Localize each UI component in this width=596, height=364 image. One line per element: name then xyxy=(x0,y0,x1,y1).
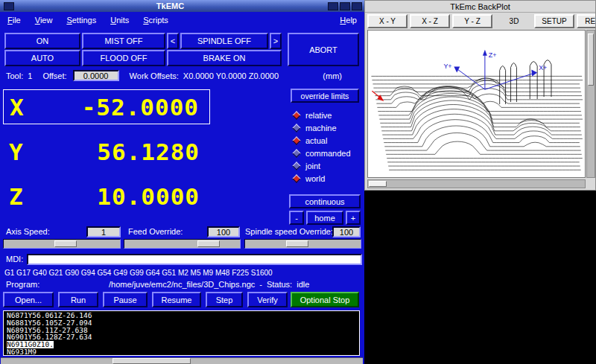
radio-indicator-icon xyxy=(292,149,300,157)
menu-scripts[interactable]: Scripts xyxy=(143,16,168,25)
abort-button[interactable]: ABORT xyxy=(288,33,359,66)
resume-button[interactable]: Resume xyxy=(152,292,201,307)
radio-label: machine xyxy=(305,124,337,132)
tool-label: Tool: xyxy=(6,71,23,80)
scrollbar-thumb[interactable] xyxy=(588,33,594,86)
program-hscrollbar[interactable] xyxy=(1,357,363,364)
slider-thumb[interactable] xyxy=(286,240,308,247)
optional-stop-button[interactable]: Optional Stop xyxy=(291,292,359,307)
axis-y-value: 56.1280 xyxy=(97,138,210,165)
units-label: (mm) xyxy=(323,71,361,80)
main-titlebar[interactable]: TkEMC xyxy=(0,0,364,12)
spindle-override-slider[interactable] xyxy=(244,239,361,249)
tool-status-line: Tool: 1 Offset: 0.0000 Work Offsets: X0.… xyxy=(6,69,361,82)
brake-button[interactable]: BRAKE ON xyxy=(167,50,282,66)
tab-setup[interactable]: SETUP xyxy=(534,14,574,28)
menu-help[interactable]: Help xyxy=(340,16,357,25)
radio-label: commanded xyxy=(305,149,351,158)
menu-file[interactable]: File xyxy=(7,16,21,25)
tab-3d-active[interactable]: 3D xyxy=(499,14,529,28)
mdi-input[interactable] xyxy=(27,254,362,265)
radio-label: relative xyxy=(305,111,332,120)
tab-x-y[interactable]: X - Y xyxy=(367,14,408,28)
menu-view[interactable]: View xyxy=(35,16,53,25)
jog-mode-button[interactable]: continuous xyxy=(289,194,361,208)
mode-auto-button[interactable]: AUTO xyxy=(4,50,80,66)
scrollbar-thumb[interactable] xyxy=(112,358,191,364)
override-limits-button[interactable]: override limits xyxy=(291,89,359,103)
radio-indicator-icon xyxy=(292,174,300,182)
verify-button[interactable]: Verify xyxy=(247,292,288,307)
menu-settings[interactable]: Settings xyxy=(66,16,96,25)
tool-number: 1 xyxy=(28,71,32,80)
home-button[interactable]: home xyxy=(306,211,343,225)
machine-on-button[interactable]: ON xyxy=(4,33,80,49)
program-listing[interactable]: N6871Y56.061Z-26.146 N6881Y56.105Z-27.09… xyxy=(3,310,360,356)
radio-commanded[interactable]: commanded xyxy=(294,147,351,159)
backplot-canvas-area[interactable]: Z+Y+X+ xyxy=(367,30,586,178)
backplot-hscrollbar[interactable] xyxy=(367,179,586,188)
radio-relative[interactable]: relative xyxy=(294,109,351,121)
pause-button[interactable]: Pause xyxy=(103,292,148,307)
radio-indicator-icon xyxy=(292,111,300,119)
main-window-title: TkEMC xyxy=(14,1,326,12)
jog-plus-button[interactable]: + xyxy=(346,211,361,225)
jog-minus-button[interactable]: - xyxy=(289,211,304,225)
tkemc-main-window: TkEMC File View Settings Units Scripts H… xyxy=(0,0,364,364)
step-button[interactable]: Step xyxy=(206,292,243,307)
radio-actual[interactable]: actual xyxy=(294,134,351,147)
backplot-window: TkEmc BackPlot X - Y X - Z Y - Z 3D SETU… xyxy=(364,0,596,191)
open-button[interactable]: Open... xyxy=(3,292,54,307)
status-dash: - xyxy=(259,280,262,289)
run-button[interactable]: Run xyxy=(58,292,98,307)
radio-indicator-icon xyxy=(292,162,300,170)
radio-machine[interactable]: machine xyxy=(294,121,351,134)
display-options: relative machine actual commanded joint … xyxy=(294,109,351,185)
dro-axis-z[interactable]: Z 10.0000 xyxy=(3,179,210,214)
close-icon[interactable] xyxy=(352,2,362,10)
axis-y-label: Y xyxy=(3,138,23,165)
spindle-override-value[interactable]: 100 xyxy=(332,226,361,237)
backplot-vscrollbar[interactable] xyxy=(586,30,595,178)
tool-offset-entry[interactable]: 0.0000 xyxy=(73,70,119,81)
spindle-button[interactable]: SPINDLE OFF xyxy=(180,33,268,49)
radio-world[interactable]: world xyxy=(294,172,351,185)
tab-reset[interactable]: RESET xyxy=(577,14,596,28)
minimize-icon[interactable] xyxy=(328,2,338,10)
axis-x-value: -52.0000 xyxy=(82,94,209,121)
slider-thumb[interactable] xyxy=(197,240,220,247)
axis-speed-slider[interactable] xyxy=(3,239,121,249)
spindle-override-label: Spindle speed Override: xyxy=(245,226,333,237)
tab-x-z[interactable]: X - Z xyxy=(410,14,450,28)
spindle-slower-button[interactable]: < xyxy=(167,33,179,49)
menu-units[interactable]: Units xyxy=(110,16,129,25)
maximize-icon[interactable] xyxy=(340,2,350,10)
mdi-label: MDI: xyxy=(6,254,23,265)
dro-axis-x[interactable]: X -52.0000 xyxy=(3,89,210,124)
work-offsets-value: X0.0000 Y0.0000 Z0.0000 xyxy=(183,71,279,80)
backplot-titlebar[interactable]: TkEmc BackPlot xyxy=(365,1,595,13)
radio-label: actual xyxy=(305,136,327,145)
status-value: idle xyxy=(297,280,309,289)
radio-indicator-icon xyxy=(292,124,300,132)
axis-z-label: Z xyxy=(3,183,23,210)
feed-override-slider[interactable] xyxy=(124,239,241,249)
axis-x-label: X xyxy=(4,94,24,121)
window-menu-icon[interactable] xyxy=(4,2,14,10)
axis-z-value: 10.0000 xyxy=(97,183,210,210)
mist-button[interactable]: MIST OFF xyxy=(82,33,165,49)
program-path: /home/juve/emc2/nc_files/3D_Chips.ngc xyxy=(109,280,255,289)
flood-button[interactable]: FLOOD OFF xyxy=(82,50,165,66)
slider-thumb[interactable] xyxy=(54,240,77,247)
dro-axis-y[interactable]: Y 56.1280 xyxy=(3,134,210,169)
scrollbar-thumb[interactable] xyxy=(369,181,387,187)
radio-joint[interactable]: joint xyxy=(294,159,351,172)
menubar: File View Settings Units Scripts Help xyxy=(0,12,364,28)
spindle-faster-button[interactable]: > xyxy=(270,33,282,49)
feed-override-value[interactable]: 100 xyxy=(207,226,240,237)
work-offsets-label: Work Offsets: xyxy=(130,71,179,80)
svg-text:Z+: Z+ xyxy=(489,51,497,59)
radio-label: world xyxy=(305,174,325,183)
tab-y-z[interactable]: Y - Z xyxy=(452,14,492,28)
axis-speed-value[interactable]: 1 xyxy=(86,226,121,237)
